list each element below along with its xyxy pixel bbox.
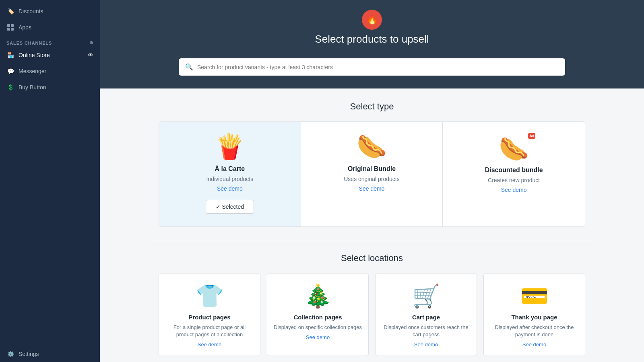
- collection-pages-demo-link[interactable]: See demo: [306, 334, 330, 340]
- location-card-product-pages[interactable]: 👕 Product pages For a single product pag…: [159, 273, 260, 356]
- search-icon: 🔍: [185, 63, 193, 71]
- product-pages-desc: For a single product page or all product…: [165, 324, 254, 338]
- eye-icon[interactable]: 👁: [88, 52, 93, 58]
- search-box: 🔍: [179, 58, 565, 76]
- sidebar-item-settings[interactable]: ⚙️ Settings: [0, 346, 100, 362]
- collection-pages-emoji: 🎄: [304, 285, 332, 307]
- product-pages-emoji: 👕: [196, 285, 224, 307]
- original-bundle-emoji: 🌭: [357, 135, 387, 159]
- location-card-cart-page[interactable]: 🛒 Cart page Displayed once customers rea…: [375, 273, 477, 356]
- select-type-title: Select type: [159, 101, 585, 112]
- cart-page-demo-link[interactable]: See demo: [414, 341, 438, 348]
- type-card-a-la-carte[interactable]: 🍟 À la Carte Individual products See dem…: [159, 122, 301, 226]
- sidebar-item-online-store[interactable]: 🏪 Online Store 👁: [0, 47, 100, 63]
- sidebar-item-apps[interactable]: Apps: [0, 19, 100, 35]
- collection-pages-name: Collection pages: [293, 314, 342, 321]
- top-header: 🔥 Select products to upsell: [100, 0, 644, 58]
- type-card-original-bundle[interactable]: 🌭 Original Bundle Uses original products…: [301, 122, 443, 226]
- discounted-bundle-emoji: 🌭: [499, 136, 529, 162]
- cart-page-emoji: 🛒: [412, 285, 440, 307]
- location-cards-container: 👕 Product pages For a single product pag…: [159, 273, 585, 356]
- sidebar-label-online-store: Online Store: [19, 52, 50, 58]
- sidebar-label-apps: Apps: [19, 24, 31, 31]
- discounted-bundle-demo-link[interactable]: See demo: [501, 187, 527, 193]
- store-icon: 🏪: [6, 51, 14, 59]
- tag-icon: 🏷️: [6, 7, 14, 15]
- location-card-collection-pages[interactable]: 🎄 Collection pages Displayed on specific…: [267, 273, 369, 356]
- sidebar-label-messenger: Messenger: [19, 68, 46, 74]
- collection-pages-desc: Displayed on specific collection pages: [274, 324, 362, 331]
- thank-you-page-name: Thank you page: [511, 314, 557, 321]
- cart-page-desc: Displayed once customers reach the cart …: [382, 324, 470, 338]
- page-title: Select products to upsell: [100, 33, 644, 45]
- sidebar-label-buy-button: Buy Button: [19, 84, 46, 90]
- original-bundle-name: Original Bundle: [348, 165, 396, 173]
- add-sales-channel-icon[interactable]: ⊕: [89, 40, 93, 45]
- selected-badge: ✓ Selected: [206, 200, 254, 214]
- location-card-thank-you-page[interactable]: 💳 Thank you page Displayed after checkou…: [483, 273, 585, 356]
- sidebar-label-discounts: Discounts: [19, 8, 43, 14]
- chat-icon: 💬: [6, 67, 14, 75]
- grid-icon: [6, 23, 14, 31]
- sidebar-item-discounts[interactable]: 🏷️ Discounts: [0, 3, 100, 19]
- buy-icon: 💲: [6, 83, 14, 91]
- a-la-carte-name: À la Carte: [215, 165, 245, 173]
- a-la-carte-desc: Individual products: [206, 176, 253, 182]
- search-input[interactable]: [197, 64, 559, 70]
- original-bundle-demo-link[interactable]: See demo: [359, 185, 385, 192]
- sidebar-label-settings: Settings: [19, 351, 39, 357]
- main-content: 🔥 Select products to upsell 🔍 Select typ…: [100, 0, 644, 362]
- type-cards-container: 🍟 À la Carte Individual products See dem…: [159, 121, 585, 227]
- app-logo: 🔥: [362, 10, 382, 30]
- cart-page-name: Cart page: [412, 314, 440, 321]
- discount-badge: $0: [528, 133, 535, 139]
- product-pages-demo-link[interactable]: See demo: [198, 341, 221, 348]
- select-locations-title: Select locations: [159, 253, 585, 263]
- product-pages-name: Product pages: [188, 314, 230, 321]
- type-card-discounted-bundle[interactable]: 🌭 $0 Discounted bundle Creates new produ…: [443, 122, 585, 226]
- sidebar-item-buy-button[interactable]: 💲 Buy Button: [0, 79, 100, 95]
- thank-you-page-emoji: 💳: [520, 285, 549, 307]
- sidebar-item-messenger[interactable]: 💬 Messenger: [0, 63, 100, 79]
- discounted-bundle-name: Discounted bundle: [485, 167, 543, 174]
- thank-you-page-desc: Displayed after checkout once the paymen…: [490, 324, 578, 338]
- discounted-bundle-emoji-wrap: 🌭 $0: [499, 135, 529, 163]
- select-locations-section: Select locations 👕 Product pages For a s…: [151, 240, 593, 362]
- gear-icon: ⚙️: [6, 350, 14, 358]
- a-la-carte-demo-link[interactable]: See demo: [217, 185, 243, 192]
- search-container: 🔍: [100, 58, 644, 88]
- discounted-bundle-desc: Creates new product: [488, 177, 540, 183]
- thank-you-page-demo-link[interactable]: See demo: [522, 341, 546, 348]
- sales-channels-header: SALES CHANNELS ⊕: [0, 35, 100, 47]
- select-type-section: Select type 🍟 À la Carte Individual prod…: [151, 88, 593, 240]
- original-bundle-desc: Uses original products: [344, 176, 400, 182]
- a-la-carte-emoji: 🍟: [215, 135, 245, 159]
- sidebar: 🏷️ Discounts Apps SALES CHANNELS ⊕ 🏪 Onl…: [0, 0, 100, 362]
